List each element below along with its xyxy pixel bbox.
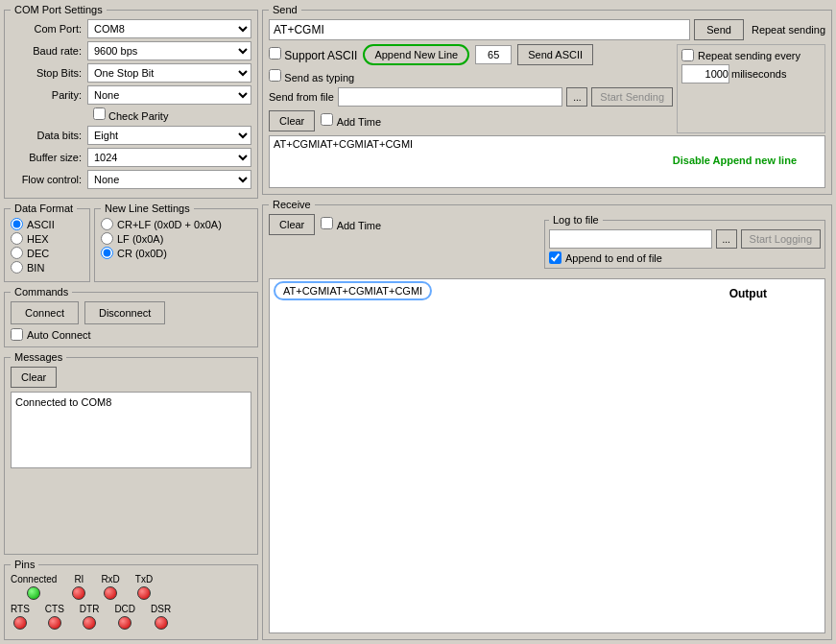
- disconnect-button[interactable]: Disconnect: [84, 301, 165, 324]
- messages-text-area: Connected to COM8: [11, 392, 251, 468]
- send-as-typing-checkbox[interactable]: [269, 69, 281, 82]
- send-as-typing-label[interactable]: Send as typing: [269, 71, 354, 84]
- support-ascii-checkbox[interactable]: [269, 47, 281, 60]
- send-from-file-input[interactable]: [338, 87, 562, 107]
- com-port-select[interactable]: COM8: [87, 19, 251, 38]
- connect-button[interactable]: Connect: [11, 301, 79, 324]
- pin-dtr-label: DTR: [80, 604, 100, 614]
- auto-connect-label: Auto Connect: [27, 329, 91, 341]
- auto-connect-checkbox[interactable]: [11, 328, 23, 341]
- append-end-checkbox[interactable]: [549, 251, 561, 264]
- crlf-label: CR+LF (0x0D + 0x0A): [117, 219, 222, 230]
- receive-clear-button[interactable]: Clear: [269, 214, 315, 235]
- commands: Commands Connect Disconnect Auto Connect: [4, 286, 258, 347]
- receive-title: Receive: [269, 199, 315, 210]
- pin-cts-led: [48, 616, 61, 630]
- pin-dcd-label: DCD: [114, 604, 135, 614]
- buffer-size-label: Buffer size:: [11, 152, 87, 163]
- pin-rxd-label: RxD: [101, 574, 119, 584]
- parity-select[interactable]: None: [87, 85, 251, 105]
- dec-radio[interactable]: [11, 247, 23, 259]
- pin-dsr-led: [155, 616, 168, 630]
- send-from-file-label: Send from file: [269, 91, 334, 103]
- pin-ri-led: [72, 586, 85, 600]
- stop-bits-label: Stop Bits:: [11, 67, 87, 79]
- pin-dsr: DSR: [151, 604, 171, 630]
- pin-dsr-label: DSR: [151, 604, 171, 614]
- baud-rate-select[interactable]: 9600 bps: [87, 41, 251, 60]
- pin-rts-led: [13, 616, 27, 630]
- data-bits-select[interactable]: Eight: [87, 126, 251, 145]
- data-format-title: Data Format: [11, 203, 77, 214]
- send-clear-button[interactable]: Clear: [269, 110, 315, 131]
- messages: Messages Clear Connected to COM8: [4, 351, 258, 555]
- pin-connected-led: [27, 586, 40, 600]
- lf-radio[interactable]: [101, 232, 113, 245]
- append-new-line-button[interactable]: Append New Line: [363, 44, 469, 65]
- cr-label: CR (0x0D): [117, 248, 167, 259]
- log-to-file: Log to file ... Start Logging Append to …: [544, 214, 825, 269]
- receive-output-text: AT+CGMIAT+CGMIAT+CGMI: [274, 281, 432, 300]
- bin-radio[interactable]: [11, 261, 23, 274]
- new-line-settings-title: New Line Settings: [101, 203, 194, 214]
- stop-bits-select[interactable]: One Stop Bit: [87, 63, 251, 83]
- send-output-area: AT+CGMIAT+CGMIAT+CGMI: [269, 135, 825, 188]
- append-end-label: Append to end of file: [565, 252, 662, 264]
- receive-add-time-checkbox[interactable]: [321, 217, 333, 229]
- new-line-settings: New Line Settings CR+LF (0x0D + 0x0A) LF…: [94, 203, 258, 282]
- repeat-ms-input[interactable]: [681, 64, 729, 83]
- send-ascii-button[interactable]: Send ASCII: [517, 44, 593, 65]
- receive-panel: Receive Clear Add Time Log to fi: [262, 199, 832, 640]
- receive-add-time-label[interactable]: Add Time: [321, 217, 381, 232]
- log-to-file-title: Log to file: [549, 214, 603, 226]
- num-input[interactable]: [475, 45, 512, 64]
- send-title: Send: [269, 4, 301, 15]
- pin-connected: Connected: [11, 574, 57, 600]
- com-port-label: Com Port:: [11, 23, 87, 35]
- flow-control-label: Flow control:: [11, 174, 87, 185]
- repeat-sending-label: Repeat sending every: [698, 50, 800, 61]
- check-parity-label[interactable]: Check Parity: [93, 110, 168, 122]
- pin-ri-label: RI: [74, 574, 84, 584]
- send-button[interactable]: Send: [694, 19, 744, 40]
- hex-radio[interactable]: [11, 232, 23, 245]
- flow-control-select[interactable]: None: [87, 170, 251, 189]
- cr-radio[interactable]: [101, 247, 113, 259]
- lf-label: LF (0x0A): [117, 233, 163, 245]
- messages-clear-button[interactable]: Clear: [11, 367, 57, 388]
- send-input[interactable]: [269, 19, 690, 40]
- send-add-time-checkbox[interactable]: [321, 113, 333, 126]
- check-parity-checkbox[interactable]: [93, 107, 106, 120]
- crlf-radio[interactable]: [101, 218, 113, 230]
- pin-dtr-led: [83, 616, 96, 630]
- messages-title: Messages: [11, 351, 66, 363]
- parity-label: Parity:: [11, 89, 87, 101]
- ascii-label: ASCII: [27, 219, 55, 230]
- send-output-text: AT+CGMIAT+CGMIAT+CGMI: [274, 138, 413, 150]
- pin-rxd-led: [104, 586, 117, 600]
- log-file-input[interactable]: [549, 229, 712, 249]
- send-file-browse-button[interactable]: ...: [566, 87, 587, 107]
- messages-content: Connected to COM8: [15, 396, 111, 408]
- pin-rxd: RxD: [101, 574, 119, 600]
- log-file-browse-button[interactable]: ...: [716, 229, 737, 249]
- buffer-size-select[interactable]: 1024: [87, 148, 251, 167]
- pin-rts-label: RTS: [11, 604, 30, 614]
- baud-rate-label: Baud rate:: [11, 45, 87, 57]
- pin-ri: RI: [72, 574, 85, 600]
- pin-dtr: DTR: [80, 604, 100, 630]
- ascii-radio[interactable]: [11, 218, 23, 230]
- bin-label: BIN: [27, 262, 44, 274]
- start-logging-button[interactable]: Start Logging: [741, 229, 821, 249]
- repeat-sending-checkbox[interactable]: [681, 49, 694, 61]
- start-sending-button[interactable]: Start Sending: [591, 87, 673, 107]
- pin-connected-label: Connected: [11, 574, 57, 584]
- com-port-settings: COM Port Settings Com Port: COM8 Baud ra…: [4, 4, 258, 199]
- pin-txd-label: TxD: [135, 574, 153, 584]
- pin-dcd: DCD: [114, 604, 135, 630]
- pin-rts: RTS: [11, 604, 30, 630]
- support-ascii-label[interactable]: Support ASCII: [269, 47, 357, 62]
- repeat-ms-unit: miliseconds: [731, 68, 786, 80]
- send-add-time-label[interactable]: Add Time: [321, 113, 381, 129]
- data-bits-label: Data bits:: [11, 130, 87, 141]
